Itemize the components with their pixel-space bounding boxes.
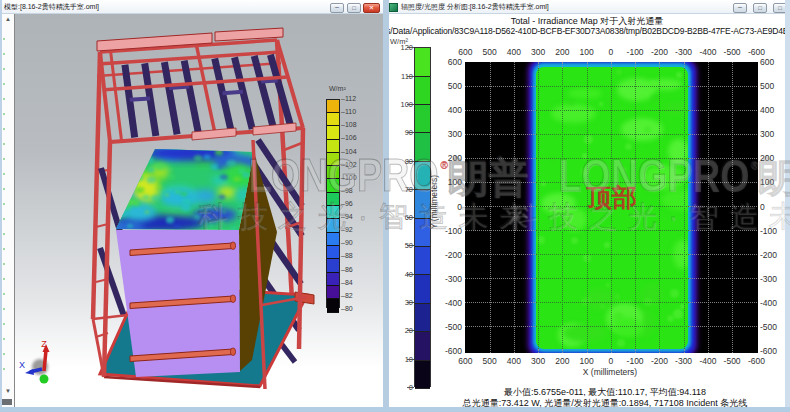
svg-text:Z: Z (41, 339, 47, 349)
svg-text:X: X (19, 360, 25, 370)
